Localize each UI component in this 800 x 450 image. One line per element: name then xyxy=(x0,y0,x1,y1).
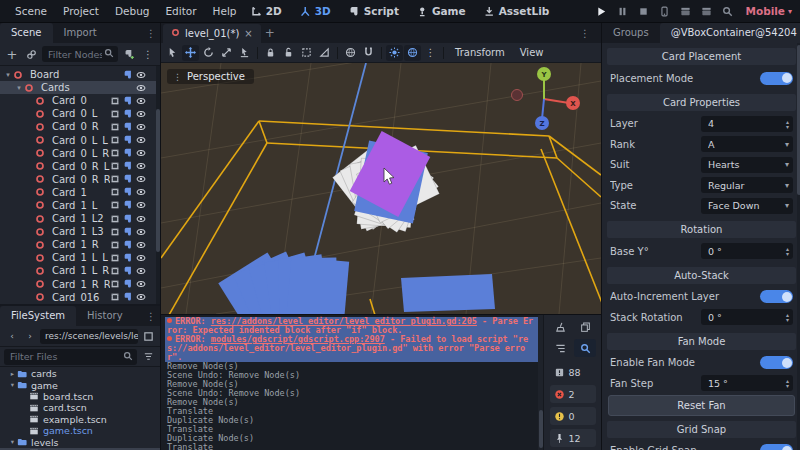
stop-button[interactable] xyxy=(634,2,652,20)
play-button[interactable] xyxy=(592,2,610,20)
menu-debug[interactable]: Debug xyxy=(108,1,157,22)
lock-node-button[interactable] xyxy=(262,45,279,61)
remote-debug-button[interactable] xyxy=(655,2,673,20)
state-dropdown[interactable]: Face Down▾ xyxy=(701,198,793,214)
instance-scene-button[interactable] xyxy=(23,46,39,62)
scene-node-card-0-r-r[interactable]: Card_0_R_R xyxy=(0,173,160,186)
sun-env-menu-button[interactable]: ⋮ xyxy=(422,45,439,61)
file-example-tscn[interactable]: example.tscn xyxy=(0,414,160,425)
file-card-tscn[interactable]: card.tscn xyxy=(0,402,160,413)
info-filter-badge[interactable]: 12 xyxy=(550,429,596,447)
navigation-gizmo[interactable]: X Y Z xyxy=(512,67,581,130)
workspace-3d[interactable]: 3D xyxy=(293,1,338,21)
reset-fan-button[interactable]: Reset Fan xyxy=(608,395,795,416)
menu-scene[interactable]: Scene xyxy=(8,1,54,22)
suit-dropdown[interactable]: Hearts▾ xyxy=(701,157,793,173)
add-node-button[interactable]: + xyxy=(4,46,20,62)
enable-fan-mode-toggle[interactable] xyxy=(760,356,793,369)
viewport-canvas[interactable]: X Y Z xyxy=(161,63,601,314)
filter-files-input[interactable] xyxy=(8,350,123,363)
nav-forward-button[interactable]: › xyxy=(22,328,38,344)
scene-node-card-1-l3[interactable]: Card_1_L3 xyxy=(0,225,160,238)
group-node-button[interactable] xyxy=(298,45,315,61)
scene-node-card-0-r-l[interactable]: Card_0_R_L xyxy=(0,160,160,173)
error-file-link[interactable]: res://addons/level_editor/level_editor_p… xyxy=(211,316,477,326)
enable-grid-snap-toggle[interactable] xyxy=(760,444,793,450)
collapse-duplicates-button[interactable] xyxy=(549,339,571,357)
menu-help[interactable]: Help xyxy=(206,1,244,22)
movie-mode-button[interactable] xyxy=(718,2,736,20)
stack-rotation-spinbox[interactable]: 0 °▴▾ xyxy=(701,309,793,325)
spin-arrows-icon[interactable]: ▴▾ xyxy=(786,119,789,129)
viewport-menu-transform[interactable]: Transform xyxy=(448,47,512,58)
errors-filter-badge[interactable]: 2 xyxy=(550,385,596,403)
placement-mode-toggle[interactable] xyxy=(760,72,793,85)
scene-node-card-0-l[interactable]: Card_0_L xyxy=(0,107,160,120)
renderer-dropdown[interactable]: Mobile ▾ xyxy=(745,5,792,17)
scene-node-card-1-r-r[interactable]: Card_1_R_R xyxy=(0,278,160,291)
select-mode-button[interactable] xyxy=(164,45,181,61)
scene-node-card-1-r[interactable]: Card_1_R xyxy=(0,238,160,251)
scene-node-cards[interactable]: ▾Cards xyxy=(0,81,160,94)
scene-dock-tab-import[interactable]: Import xyxy=(53,23,108,43)
scene-node-card-0-l-r[interactable]: Card_0_L_R xyxy=(0,147,160,160)
scale-mode-button[interactable] xyxy=(218,45,235,61)
sort-files-button[interactable] xyxy=(140,349,156,365)
spin-arrows-icon[interactable]: ▴▾ xyxy=(786,378,789,388)
file-cards[interactable]: ▸cards xyxy=(0,368,160,379)
list-select-button[interactable] xyxy=(236,45,253,61)
spin-arrows-icon[interactable]: ▴▾ xyxy=(786,312,789,322)
file-board-tscn[interactable]: board.tscn xyxy=(0,391,160,402)
filesystem-dock-tab-history[interactable]: History xyxy=(76,306,134,326)
preview-sun-button[interactable] xyxy=(386,45,403,61)
file-levels[interactable]: ▾levels xyxy=(0,436,160,447)
dock-menu-icon[interactable]: ⋮ xyxy=(146,28,156,39)
type-dropdown[interactable]: Regular▾ xyxy=(701,177,793,193)
unlock-node-button[interactable] xyxy=(280,45,297,61)
base-y-spinbox[interactable]: 0 °▴▾ xyxy=(701,243,793,259)
auto-increment-layer-toggle[interactable] xyxy=(760,290,793,303)
workspace-script[interactable]: Script xyxy=(342,1,406,21)
scene-node-card-1-l-l[interactable]: Card_1_L_L xyxy=(0,251,160,264)
error-file-link[interactable]: modules/gdscript/gdscript.cpp:2907 xyxy=(211,334,385,344)
search-output-button[interactable] xyxy=(574,339,596,357)
move-mode-button[interactable] xyxy=(182,45,199,61)
rotate-mode-button[interactable] xyxy=(200,45,217,61)
tab-list-menu-button[interactable]: ⋮ xyxy=(580,28,590,39)
perspective-menu[interactable]: ⋮ Perspective xyxy=(167,69,254,84)
file-game-tscn[interactable]: game.tscn xyxy=(0,425,160,436)
scene-node-board[interactable]: ▾Board xyxy=(0,68,160,81)
scene-node-card-1[interactable]: Card_1 xyxy=(0,186,160,199)
menu-editor[interactable]: Editor xyxy=(158,1,203,22)
scene-tab-level-01[interactable]: level_01(*) × xyxy=(163,24,261,43)
copy-output-button[interactable] xyxy=(574,318,596,336)
scene-node-card-0-l-l[interactable]: Card_0_L_L xyxy=(0,133,160,146)
clear-output-button[interactable] xyxy=(549,318,571,336)
inspector-tab-groups[interactable]: Groups xyxy=(602,23,660,43)
filesystem-dock-tab-filesystem[interactable]: FileSystem xyxy=(0,306,76,326)
preview-environment-button[interactable] xyxy=(404,45,421,61)
scene-tree-scrollbar[interactable] xyxy=(156,66,160,304)
scene-tree-menu-button[interactable]: ⋮ xyxy=(140,46,156,62)
file-game[interactable]: ▾game xyxy=(0,379,160,390)
log-scrollbar[interactable] xyxy=(538,315,543,450)
toggle-split-mode-button[interactable] xyxy=(140,328,156,344)
scene-node-card-1-l[interactable]: Card_1_L xyxy=(0,199,160,212)
layer-spinbox[interactable]: 4▴▾ xyxy=(701,116,793,132)
snap-button[interactable] xyxy=(360,45,377,61)
scene-node-card-1-l-r[interactable]: Card_1_L_R xyxy=(0,264,160,277)
scene-node-card-0-r[interactable]: Card_0_R xyxy=(0,120,160,133)
viewport-menu-view[interactable]: View xyxy=(513,47,551,58)
inspector-tab-vboxcontainer-54204[interactable]: @VBoxContainer@54204 xyxy=(660,23,800,43)
scene-node-card-016[interactable]: Card_016 xyxy=(0,291,160,304)
ruler-button[interactable] xyxy=(316,45,333,61)
scene-node-card-1-l2[interactable]: Card_1_L2 xyxy=(0,212,160,225)
play-scene-button[interactable] xyxy=(676,2,694,20)
play-custom-scene-button[interactable] xyxy=(697,2,715,20)
preview-camera-button[interactable] xyxy=(342,45,359,61)
nav-back-button[interactable]: ‹ xyxy=(4,328,20,344)
menu-project[interactable]: Project xyxy=(56,1,106,22)
workspace-game[interactable]: Game xyxy=(410,1,473,21)
workspace-assetlib[interactable]: AssetLib xyxy=(477,1,557,21)
attach-script-button[interactable] xyxy=(121,46,137,62)
